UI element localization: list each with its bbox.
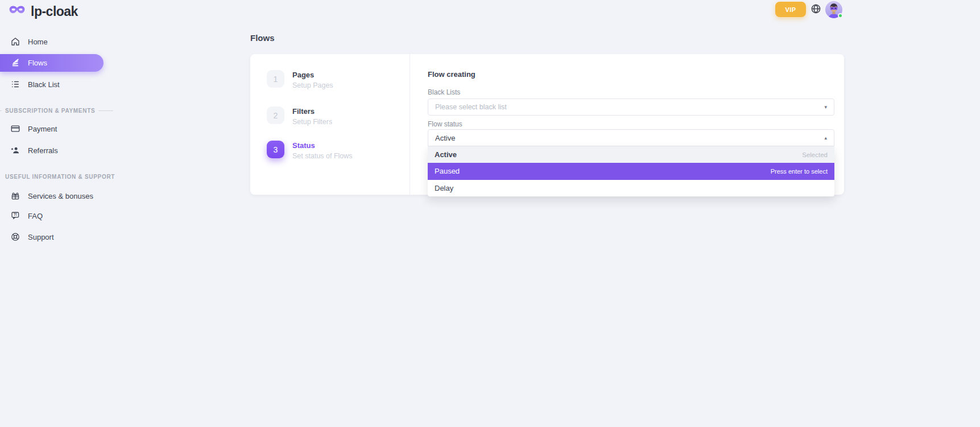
chevron-down-icon: ▾ <box>824 105 827 110</box>
flow-status-value: Active <box>435 134 824 142</box>
person-star-icon <box>10 145 20 155</box>
step-number: 3 <box>267 141 284 158</box>
sidebar-item-label: Referrals <box>28 146 58 155</box>
sidebar-item-payment[interactable]: Payment <box>0 120 119 138</box>
brand-name: lp-cloak <box>31 4 78 19</box>
option-selected-badge: Selected <box>802 151 828 158</box>
flow-status-select[interactable]: Active ▴ <box>428 129 834 146</box>
step-pages[interactable]: 1 Pages Setup Pages <box>267 70 333 89</box>
sidebar-item-home[interactable]: Home <box>0 32 119 51</box>
sidebar-item-label: Support <box>28 233 54 241</box>
form-title: Flow creating <box>428 70 475 79</box>
sidebar-item-services[interactable]: Services & bonuses <box>0 187 119 205</box>
flow-card: 1 Pages Setup Pages 2 Filters Setup Filt… <box>250 54 844 195</box>
step-number: 1 <box>267 70 284 88</box>
sidebar-item-referrals[interactable]: Referrals <box>0 141 119 159</box>
sidebar: lp-cloak Home Flows <box>0 0 119 427</box>
sidebar-item-support[interactable]: Support <box>0 228 119 246</box>
stepper: 1 Pages Setup Pages 2 Filters Setup Filt… <box>250 54 410 195</box>
flow-status-label: Flow status <box>428 120 462 128</box>
step-title: Pages <box>292 70 333 79</box>
option-label: Active <box>435 150 457 159</box>
gift-icon <box>10 191 20 201</box>
step-status[interactable]: 3 Status Set status of Flows <box>267 141 353 160</box>
black-lists-input[interactable] <box>435 103 824 111</box>
sidebar-item-label: Flows <box>28 59 47 67</box>
sidebar-item-label: FAQ <box>28 212 43 220</box>
online-status-dot <box>838 13 843 18</box>
flow-status-dropdown: Active Selected Paused Press enter to se… <box>428 146 834 196</box>
sidebar-section-support: USEFUL INFORMATION & SUPPORT <box>0 172 119 181</box>
svg-text:?!: ?! <box>14 212 17 216</box>
sidebar-item-label: Black List <box>28 80 60 89</box>
step-subtitle: Setup Pages <box>292 81 333 89</box>
option-delay[interactable]: Delay <box>428 180 834 196</box>
step-title: Status <box>292 141 353 150</box>
faq-bubble-icon: ?! <box>10 211 20 221</box>
step-subtitle: Setup Filters <box>292 118 332 126</box>
step-filters[interactable]: 2 Filters Setup Filters <box>267 106 332 126</box>
step-subtitle: Set status of Flows <box>292 152 353 160</box>
mask-icon <box>9 5 26 19</box>
option-label: Delay <box>435 184 453 192</box>
sidebar-item-label: Payment <box>28 125 57 133</box>
black-lists-label: Black Lists <box>428 88 460 96</box>
chevron-up-icon: ▴ <box>824 136 827 141</box>
sidebar-item-label: Home <box>28 38 48 46</box>
list-icon <box>10 79 20 89</box>
option-active[interactable]: Active Selected <box>428 146 834 163</box>
sidebar-item-label: Services & bonuses <box>28 192 93 200</box>
option-label: Paused <box>435 167 460 175</box>
sidebar-nav: Home Flows <box>0 32 119 246</box>
brand-logo[interactable]: lp-cloak <box>9 4 78 19</box>
step-number: 2 <box>267 106 284 124</box>
black-lists-select[interactable]: ▾ <box>428 98 834 116</box>
language-globe-icon[interactable] <box>811 3 821 14</box>
user-avatar[interactable] <box>825 1 842 18</box>
sidebar-item-flows[interactable]: Flows <box>0 54 104 72</box>
step-title: Filters <box>292 106 332 116</box>
life-buoy-icon <box>10 232 20 242</box>
credit-card-icon <box>10 124 20 134</box>
sidebar-item-black-list[interactable]: Black List <box>0 75 119 93</box>
sidebar-section-subscription: SUBSCRIPTION & PAYMENTS <box>0 106 119 115</box>
sidebar-item-faq[interactable]: ?! FAQ <box>0 207 119 225</box>
page-title: Flows <box>250 33 275 43</box>
flow-creating-form: Flow creating Black Lists ▾ Flow status … <box>428 54 834 195</box>
vip-button[interactable]: VIP <box>775 2 806 17</box>
home-icon <box>10 36 20 47</box>
flows-icon <box>10 58 20 68</box>
app-screen: lp-cloak Home Flows <box>0 0 980 427</box>
option-hint-badge: Press enter to select <box>771 168 828 175</box>
option-paused[interactable]: Paused Press enter to select <box>428 163 834 179</box>
